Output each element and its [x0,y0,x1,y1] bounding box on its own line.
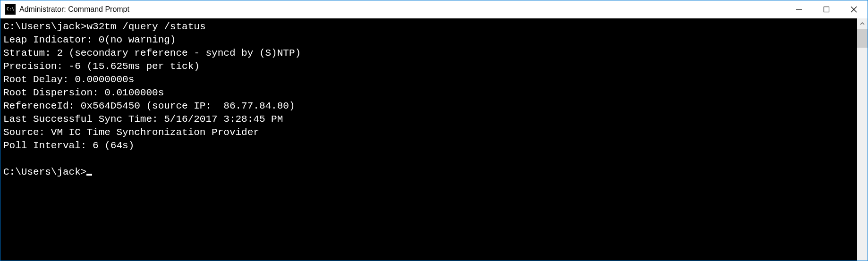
minimize-button[interactable] [785,0,813,18]
console-area[interactable]: C:\Users\jack>w32tm /query /status Leap … [0,18,857,261]
prompt-line: C:\Users\jack> [3,167,92,177]
output-line: Source: VM IC Time Synchronization Provi… [3,127,259,138]
output-line: ReferenceId: 0x564D5450 (source IP: 86.7… [3,101,295,111]
output-line: Poll Interval: 6 (64s) [3,140,134,151]
command-text: w32tm /query /status [86,21,205,32]
output-line: Root Dispersion: 0.0100000s [3,87,164,98]
output-line: Stratum: 2 (secondary reference - syncd … [3,48,301,59]
close-button[interactable] [840,0,868,18]
window-controls [785,0,868,18]
command-prompt-window: C:\ Administrator: Command Prompt C:\Use… [0,0,868,261]
output-line: Leap Indicator: 0(no warning) [3,34,176,45]
maximize-button[interactable] [813,0,840,18]
prompt-path: C:\Users\jack> [3,21,86,32]
window-title: Administrator: Command Prompt [19,5,785,14]
scroll-up-icon[interactable] [857,18,868,29]
vertical-scrollbar[interactable] [857,18,868,261]
prompt-line: C:\Users\jack>w32tm /query /status [3,21,205,32]
window-body: C:\Users\jack>w32tm /query /status Leap … [0,18,868,261]
scrollbar-thumb[interactable] [857,29,868,48]
output-line: Last Successful Sync Time: 5/16/2017 3:2… [3,114,283,125]
svg-text:C:\: C:\ [7,7,14,11]
output-line: Root Delay: 0.0000000s [3,74,134,85]
prompt-path: C:\Users\jack> [3,167,86,177]
cursor [86,174,92,176]
output-line: Precision: -6 (15.625ms per tick) [3,61,200,72]
cmd-icon: C:\ [5,4,16,15]
svg-rect-5 [824,7,829,12]
titlebar[interactable]: C:\ Administrator: Command Prompt [0,0,868,18]
